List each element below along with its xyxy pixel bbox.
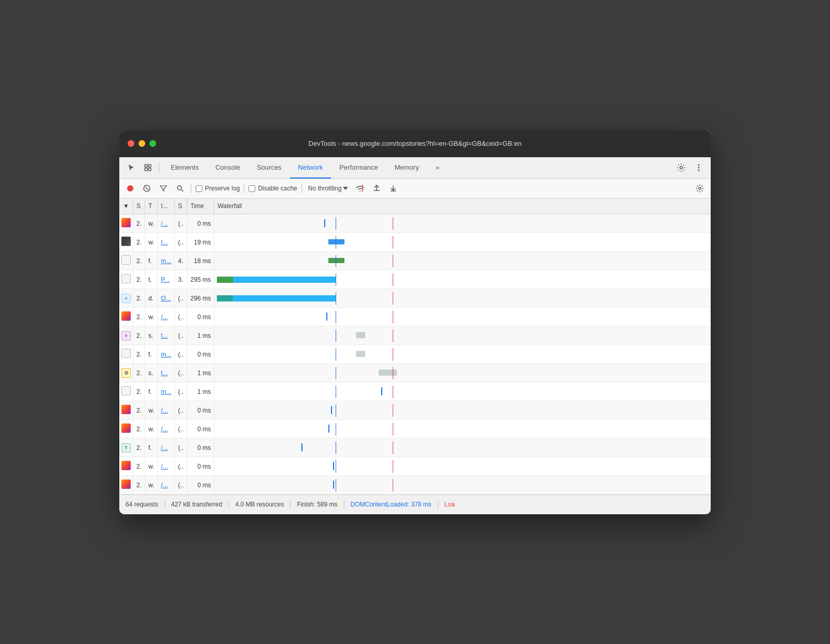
cell-size: (.. [175,364,187,382]
svg-rect-1 [148,165,151,167]
chevron-down-icon [343,187,348,190]
cell-size: (.. [175,439,187,457]
traffic-lights [128,140,156,147]
net-divider-3 [301,184,302,193]
tab-network[interactable]: Network [290,157,331,179]
download-icon-btn[interactable] [386,182,400,195]
kebab-icon [695,163,703,172]
cell-size: (.. [175,233,187,252]
svg-point-4 [680,167,683,169]
tab-memory[interactable]: Memory [386,157,427,179]
cell-waterfall [214,289,711,308]
cell-name: t... [158,326,175,345]
cell-col1: 2. [133,233,145,252]
table-row[interactable]: 2. w. /... (.. 0 ms [119,214,711,233]
col-header-name[interactable]: I... [158,199,175,214]
search-button[interactable] [173,182,187,195]
cell-col1: 2. [133,326,145,345]
minimize-button[interactable] [139,140,145,147]
cell-name: P... [158,270,175,289]
toolbar-right [673,160,707,175]
col-header-time[interactable]: Time [187,199,214,214]
cell-col2: f. [145,345,158,364]
tab-sources[interactable]: Sources [248,157,290,179]
cell-waterfall [214,401,711,420]
table-row[interactable]: 2. w. /... (.. 0 ms [119,476,711,495]
table-row[interactable]: 2. w. /... (.. 0 ms [119,457,711,476]
tab-more[interactable]: » [427,157,448,179]
status-dom-content-loaded: DOMContentLoaded: 378 ms [344,501,438,508]
cell-time: 0 ms [187,439,214,457]
record-button[interactable] [123,182,137,195]
status-resources: 4.0 MB resources [229,501,290,508]
cell-name: /... [158,308,175,326]
cell-time: 0 ms [187,345,214,364]
cell-time: 1 ms [187,382,214,401]
cell-size: (.. [175,289,187,308]
cell-icon [119,401,133,420]
throttle-select[interactable]: No throttling [306,184,351,193]
table-row[interactable]: ⚙ 2. s. t... (.. 1 ms [119,364,711,382]
col-header-s[interactable]: S [133,199,145,214]
table-row[interactable]: 2. w. /... (.. 0 ms [119,420,711,439]
table-row[interactable]: 2. f. m... 4. 18 ms [119,252,711,270]
search-icon [176,185,184,192]
preserve-log-label[interactable]: Preserve log [196,185,240,192]
table-row[interactable]: 2. w. /... (.. 0 ms [119,401,711,420]
cell-time: 0 ms [187,457,214,476]
table-row[interactable]: 2. w. /... (.. 0 ms [119,308,711,326]
cell-waterfall [214,439,711,457]
cell-col2: t. [145,270,158,289]
filter-toggle-btn[interactable] [157,182,170,195]
tab-performance[interactable]: Performance [331,157,386,179]
table-row[interactable]: 2. t. P... 3. 295 ms [119,270,711,289]
close-button[interactable] [128,140,134,147]
inspect-icon [144,163,152,172]
wifi-icon-btn[interactable] [353,182,367,195]
clear-button[interactable] [140,182,154,195]
cell-time: 296 ms [187,289,214,308]
cell-waterfall [214,476,711,495]
table-row[interactable]: ≡ 2. d. O... (.. 296 ms [119,289,711,308]
cell-icon [119,252,133,270]
tab-elements[interactable]: Elements [162,157,207,179]
preserve-log-checkbox[interactable] [196,185,202,192]
cursor-icon-btn[interactable] [123,160,139,175]
cell-size: 4. [175,252,187,270]
cell-size: (.. [175,457,187,476]
cell-time: 1 ms [187,364,214,382]
table-row[interactable]: 2. w. t... (.. 19 ms [119,233,711,252]
upload-icon-btn[interactable] [370,182,383,195]
download-icon [390,185,397,192]
tab-console[interactable]: Console [207,157,248,179]
disable-cache-checkbox[interactable] [248,185,255,192]
table-row[interactable]: 2. f. m... (.. 0 ms [119,345,711,364]
cell-icon [119,457,133,476]
svg-point-6 [698,167,700,169]
table-row[interactable]: 2. f. m... (.. 1 ms [119,382,711,401]
cell-col1: 2. [133,420,145,439]
status-finish: Finish: 589 ms [290,501,344,508]
kebab-menu-btn[interactable] [691,160,707,175]
col-header-t[interactable]: T [145,199,158,214]
net-settings-btn[interactable] [693,182,707,195]
maximize-button[interactable] [149,140,156,147]
network-toolbar: Preserve log Disable cache No throttling [119,179,711,199]
network-table-container[interactable]: ▼ S T I... S Time Waterfall 2. w. /... (… [119,199,711,495]
cell-name: /... [158,439,175,457]
upload-icon [373,185,380,192]
settings-icon-btn[interactable] [673,160,689,175]
inspect-icon-btn[interactable] [140,160,156,175]
table-row[interactable]: T 2. f. /... (.. 0 ms [119,439,711,457]
cell-col2: w. [145,401,158,420]
cell-size: (.. [175,382,187,401]
table-row[interactable]: # 2. s. t... (.. 1 ms [119,326,711,345]
cell-name: O... [158,289,175,308]
col-header-waterfall[interactable]: Waterfall [214,199,711,214]
cell-col1: 2. [133,289,145,308]
col-header-status-icon[interactable]: ▼ [119,199,133,214]
disable-cache-label[interactable]: Disable cache [248,185,297,192]
cell-waterfall [214,214,711,233]
col-header-size[interactable]: S [175,199,187,214]
cell-name: m... [158,345,175,364]
